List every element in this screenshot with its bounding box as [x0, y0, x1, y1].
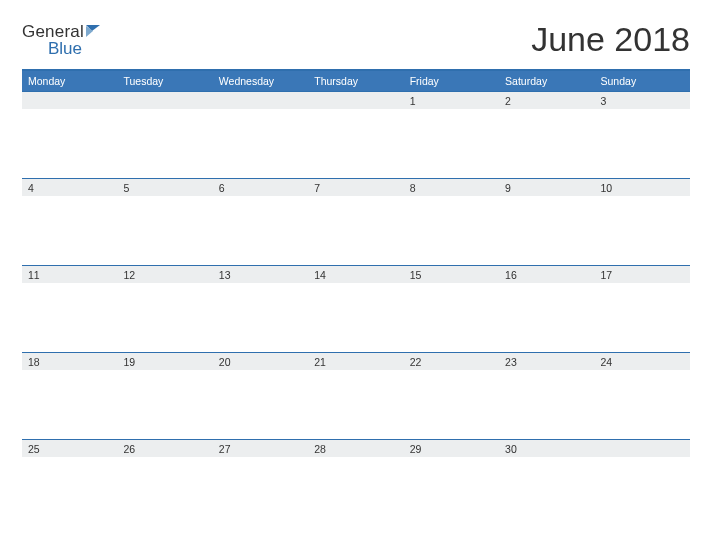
day-cell: 18 [22, 352, 117, 439]
day-number: 16 [499, 265, 594, 283]
day-number: 28 [308, 439, 403, 457]
day-number: 22 [404, 352, 499, 370]
day-cell: 13 [213, 265, 308, 352]
day-number: 2 [499, 91, 594, 109]
day-cell [308, 91, 403, 178]
day-number [117, 91, 212, 109]
day-number: 29 [404, 439, 499, 457]
day-number: 6 [213, 178, 308, 196]
day-cell: 25 [22, 439, 117, 526]
flag-icon [86, 22, 102, 42]
day-cell: 9 [499, 178, 594, 265]
day-number [213, 91, 308, 109]
day-number: 5 [117, 178, 212, 196]
day-number: 10 [595, 178, 690, 196]
day-cell: 29 [404, 439, 499, 526]
day-cell: 19 [117, 352, 212, 439]
day-cell: 3 [595, 91, 690, 178]
weekday-header-row: Monday Tuesday Wednesday Thursday Friday… [22, 69, 690, 91]
week-row: 4 5 6 7 8 9 10 [22, 178, 690, 265]
day-cell: 14 [308, 265, 403, 352]
day-number: 9 [499, 178, 594, 196]
day-cell: 23 [499, 352, 594, 439]
day-number: 26 [117, 439, 212, 457]
day-number: 18 [22, 352, 117, 370]
day-number: 8 [404, 178, 499, 196]
day-number: 23 [499, 352, 594, 370]
week-row: 1 2 3 [22, 91, 690, 178]
week-row: 25 26 27 28 29 30 [22, 439, 690, 526]
day-cell: 8 [404, 178, 499, 265]
weekday-header: Wednesday [213, 71, 308, 91]
day-cell: 12 [117, 265, 212, 352]
day-cell: 28 [308, 439, 403, 526]
day-cell: 21 [308, 352, 403, 439]
day-number: 19 [117, 352, 212, 370]
day-cell: 30 [499, 439, 594, 526]
day-number: 7 [308, 178, 403, 196]
day-cell: 7 [308, 178, 403, 265]
weekday-header: Saturday [499, 71, 594, 91]
weekday-header: Monday [22, 71, 117, 91]
day-cell [213, 91, 308, 178]
day-cell: 1 [404, 91, 499, 178]
day-number: 1 [404, 91, 499, 109]
day-number: 20 [213, 352, 308, 370]
day-number: 30 [499, 439, 594, 457]
day-number: 21 [308, 352, 403, 370]
day-cell: 17 [595, 265, 690, 352]
day-cell: 5 [117, 178, 212, 265]
day-number [308, 91, 403, 109]
day-number: 24 [595, 352, 690, 370]
page-title: June 2018 [531, 20, 690, 59]
logo-text-blue: Blue [48, 39, 82, 59]
day-number: 13 [213, 265, 308, 283]
day-cell: 6 [213, 178, 308, 265]
weekday-header: Thursday [308, 71, 403, 91]
day-cell: 2 [499, 91, 594, 178]
day-cell: 16 [499, 265, 594, 352]
day-number: 3 [595, 91, 690, 109]
day-number: 17 [595, 265, 690, 283]
day-number: 14 [308, 265, 403, 283]
day-cell [22, 91, 117, 178]
weekday-header: Friday [404, 71, 499, 91]
day-number: 25 [22, 439, 117, 457]
day-cell: 4 [22, 178, 117, 265]
header: General Blue June 2018 [22, 18, 690, 59]
day-number [22, 91, 117, 109]
day-cell: 22 [404, 352, 499, 439]
day-cell [117, 91, 212, 178]
day-cell: 24 [595, 352, 690, 439]
logo: General Blue [22, 22, 102, 59]
day-cell: 27 [213, 439, 308, 526]
day-cell: 15 [404, 265, 499, 352]
day-cell: 11 [22, 265, 117, 352]
calendar-grid: Monday Tuesday Wednesday Thursday Friday… [22, 69, 690, 526]
weekday-header: Tuesday [117, 71, 212, 91]
day-number: 12 [117, 265, 212, 283]
day-number: 27 [213, 439, 308, 457]
weekday-header: Sunday [595, 71, 690, 91]
day-cell: 20 [213, 352, 308, 439]
day-number: 4 [22, 178, 117, 196]
day-cell: 26 [117, 439, 212, 526]
day-cell: 10 [595, 178, 690, 265]
day-number [595, 439, 690, 457]
week-row: 11 12 13 14 15 16 17 [22, 265, 690, 352]
day-number: 11 [22, 265, 117, 283]
day-cell [595, 439, 690, 526]
day-number: 15 [404, 265, 499, 283]
week-row: 18 19 20 21 22 23 24 [22, 352, 690, 439]
